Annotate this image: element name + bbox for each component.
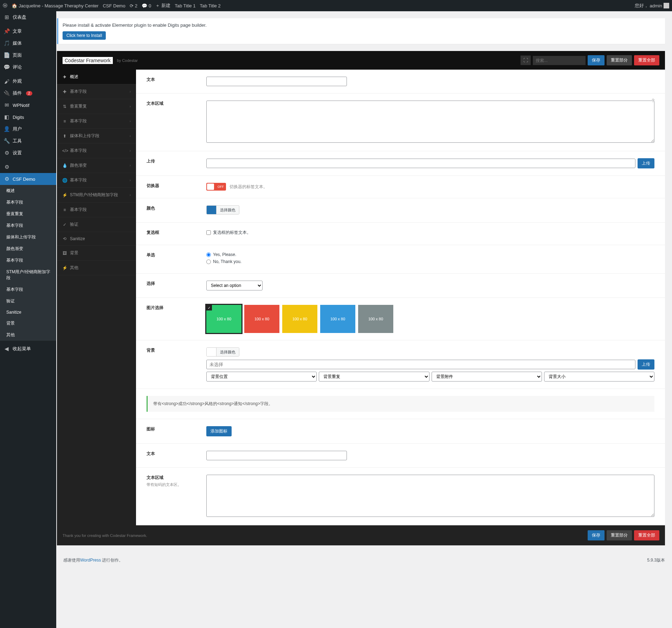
nav-sanitize[interactable]: ⟲Sanitize <box>57 232 136 246</box>
save-button-top[interactable]: 保存 <box>588 55 605 65</box>
user-greeting[interactable]: 您好，admin <box>635 2 669 9</box>
img-option-2[interactable]: 100 x 80 <box>282 305 317 333</box>
csf-demo-link[interactable]: CSF Demo <box>103 3 125 8</box>
comments-link[interactable]: 💬 0 <box>142 3 151 8</box>
menu-dashboard[interactable]: ⊞仪表盘 <box>0 11 56 23</box>
submenu-basic2[interactable]: 基本字段 <box>0 220 56 231</box>
new-link[interactable]: ＋ 新建 <box>155 2 170 9</box>
label-textarea1: 文本区域 <box>147 101 206 144</box>
wpnotif-icon: ✉ <box>4 102 10 108</box>
bg-att-select[interactable]: 背景附件 <box>432 372 542 382</box>
menu-pages[interactable]: 📄页面 <box>0 49 56 61</box>
csf-footer-text: Thank you for creating with Codestar Fra… <box>63 533 147 538</box>
submenu-gradient[interactable]: 颜色渐变 <box>0 243 56 255</box>
submenu-other[interactable]: 其他 <box>0 329 56 341</box>
wordpress-link[interactable]: WordPress <box>80 558 101 563</box>
nav-other[interactable]: ⚡其他 <box>57 261 136 275</box>
submenu-sanitize[interactable]: Sanitize <box>0 307 56 318</box>
bg-color-picker[interactable]: 选择颜色 <box>206 347 239 357</box>
tab2-link[interactable]: Tab Title 2 <box>200 3 220 8</box>
menu-collapse[interactable]: ◀收起菜单 <box>0 343 56 355</box>
admin-bar: ⓦ 🏠 Jacqueline - Massage Theraphy Center… <box>0 0 672 11</box>
repeat-icon: ⇅ <box>62 104 67 109</box>
menu-comments[interactable]: 💬评论 <box>0 61 56 73</box>
nav-overview[interactable]: ✈概述 <box>57 70 136 84</box>
menu-wpnotif[interactable]: ✉WPNotif <box>0 99 56 111</box>
reset-button-top[interactable]: 重置部分 <box>607 55 632 65</box>
textarea2-input[interactable] <box>206 475 654 517</box>
radio-no-input[interactable] <box>206 259 211 264</box>
nav-basic1[interactable]: ✚基本字段› <box>57 84 136 99</box>
nav-basic3[interactable]: </>基本字段› <box>57 143 136 158</box>
color-picker[interactable]: 选择颜色 <box>206 205 239 214</box>
radio-yes[interactable]: Yes, Please. <box>206 252 654 257</box>
menu-tools[interactable]: 🔧工具 <box>0 135 56 147</box>
menu-plugins[interactable]: 🔌插件2 <box>0 87 56 99</box>
upload-input[interactable] <box>206 159 635 168</box>
help-icon[interactable]: ? <box>652 98 654 103</box>
text1-input[interactable] <box>206 77 347 86</box>
install-button[interactable]: Click here to Install <box>63 31 106 40</box>
submenu-bg[interactable]: 背景 <box>0 318 56 329</box>
updates-link[interactable]: ⟳ 2 <box>130 3 137 8</box>
nav-basic4[interactable]: 🌐基本字段› <box>57 173 136 188</box>
menu-settings[interactable]: ⚙设置 <box>0 147 56 159</box>
nav-validate[interactable]: ✓验证 <box>57 217 136 232</box>
nav-bg[interactable]: 🖼背景 <box>57 246 136 261</box>
add-icon-button[interactable]: 添加图标 <box>206 426 232 436</box>
resetall-button-bottom[interactable]: 重置全部 <box>634 530 659 540</box>
submenu-media[interactable]: 媒体和上传字段 <box>0 231 56 243</box>
media-icon: 🎵 <box>4 40 10 46</box>
field-text2: 文本 <box>136 444 665 468</box>
nav-basic2[interactable]: ≡基本字段› <box>57 114 136 129</box>
img-option-3[interactable]: 100 x 80 <box>320 305 355 333</box>
submenu-overview[interactable]: 概述 <box>0 185 56 197</box>
menu-posts[interactable]: 📌文章 <box>0 25 56 37</box>
submenu-basic4[interactable]: 基本字段 <box>0 284 56 295</box>
nav-repeat[interactable]: ⇅垂直重复› <box>57 99 136 114</box>
upload-button[interactable]: 上传 <box>638 158 654 168</box>
csf-footer: Thank you for creating with Codestar Fra… <box>57 525 665 545</box>
wp-content: Please install & activate Elementor plug… <box>56 11 672 628</box>
checkbox-row[interactable]: 复选框的标签文本。 <box>206 230 654 236</box>
bg-rep-select[interactable]: 背景重复 <box>319 372 429 382</box>
nav-basic5[interactable]: ≡基本字段 <box>57 203 136 217</box>
switch-toggle[interactable]: OFF <box>206 183 226 191</box>
radio-no[interactable]: No, Thank you. <box>206 259 654 264</box>
nav-stm[interactable]: ⚡STM用户/经销商附加字段› <box>57 188 136 203</box>
wp-logo-icon[interactable]: ⓦ <box>3 2 7 9</box>
submenu-basic3[interactable]: 基本字段 <box>0 255 56 266</box>
bg-upload-input[interactable] <box>206 360 635 369</box>
checkbox-input[interactable] <box>206 230 211 235</box>
field-imgsel: 图片选择 100 x 80✓100 x 80100 x 80100 x 8010… <box>136 298 665 340</box>
nav-gradient[interactable]: 💧颜色渐变› <box>57 158 136 173</box>
textarea1-input[interactable] <box>206 101 654 143</box>
menu-csf-demo[interactable]: ⚙CSF Demo <box>0 173 56 185</box>
menu-appearance[interactable]: 🖌外观 <box>0 75 56 87</box>
resetall-button-top[interactable]: 重置全部 <box>634 55 659 65</box>
submenu-validate[interactable]: 验证 <box>0 295 56 307</box>
submenu-basic1[interactable]: 基本字段 <box>0 197 56 208</box>
img-option-1[interactable]: 100 x 80 <box>244 305 279 333</box>
menu-users[interactable]: 👤用户 <box>0 123 56 135</box>
text2-input[interactable] <box>206 451 347 460</box>
select-input[interactable]: Select an option <box>206 281 263 290</box>
bg-size-select[interactable]: 背景大小 <box>544 372 654 382</box>
save-button-bottom[interactable]: 保存 <box>588 530 605 540</box>
nav-media[interactable]: ⬆媒体和上传字段› <box>57 129 136 143</box>
reset-button-bottom[interactable]: 重置部分 <box>607 530 632 540</box>
tab1-link[interactable]: Tab Title 1 <box>175 3 195 8</box>
site-link[interactable]: 🏠 Jacqueline - Massage Theraphy Center <box>12 3 98 8</box>
menu-digits[interactable]: ◧Digits <box>0 111 56 123</box>
expand-button[interactable]: ⛶ <box>521 56 531 65</box>
submenu-stm[interactable]: STM用户/经销商附加字段 <box>0 266 56 284</box>
search-input[interactable] <box>533 56 586 65</box>
bg-pos-select[interactable]: 背景位置 <box>206 372 317 382</box>
submenu-repeat[interactable]: 垂直重复 <box>0 208 56 220</box>
menu-gear[interactable]: ⚙ <box>0 161 56 173</box>
bg-upload-button[interactable]: 上传 <box>638 359 654 370</box>
radio-yes-input[interactable] <box>206 252 211 257</box>
img-option-4[interactable]: 100 x 80 <box>358 305 393 333</box>
img-option-0[interactable]: 100 x 80✓ <box>206 305 241 333</box>
menu-media[interactable]: 🎵媒体 <box>0 37 56 49</box>
